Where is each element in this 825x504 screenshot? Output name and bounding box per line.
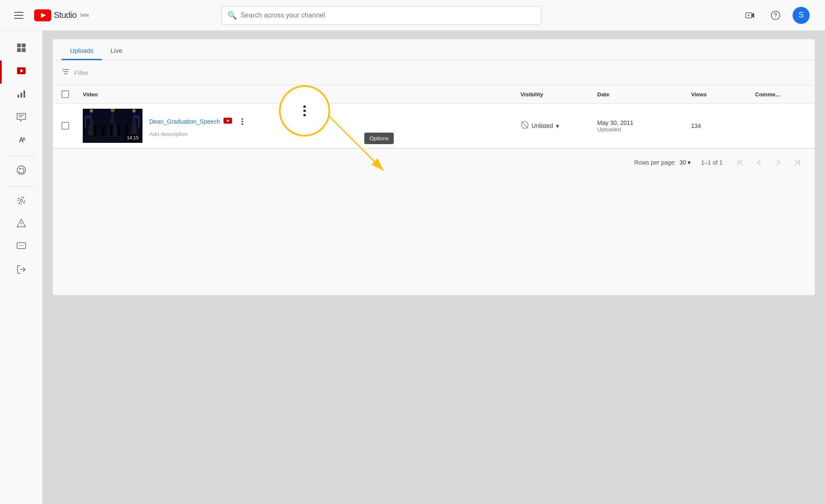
sidebar-item-dashboard[interactable] — [0, 38, 42, 61]
svg-rect-15 — [20, 93, 22, 98]
header-right: S — [741, 7, 815, 24]
search-icon: 🔍 — [227, 11, 237, 20]
filter-label[interactable]: Filter — [74, 69, 88, 76]
svg-point-7 — [775, 17, 776, 18]
sidebar: A A — [0, 31, 43, 504]
header-visibility: Visibility — [520, 91, 597, 98]
video-title-link[interactable]: Dean_Graduation_Speech — [149, 118, 220, 125]
dashboard-icon — [16, 43, 26, 55]
analytics-icon — [16, 89, 26, 101]
visibility-cell: Unlisted ▾ — [520, 121, 597, 131]
date-main: May 30, 2011 — [597, 119, 691, 126]
create-video-button[interactable] — [741, 7, 758, 24]
svg-rect-48 — [110, 127, 113, 136]
feedback-icon — [16, 241, 26, 254]
visibility-label: Unlisted — [532, 122, 553, 129]
beta-badge: beta — [81, 13, 89, 17]
three-dots-icon — [303, 105, 306, 116]
svg-rect-16 — [23, 90, 25, 98]
hamburger-menu-button[interactable] — [10, 7, 27, 24]
svg-point-45 — [93, 125, 96, 128]
sidebar-item-issues[interactable] — [0, 213, 42, 236]
sidebar-item-videos[interactable] — [0, 61, 42, 84]
tabs: Uploads Live — [53, 39, 815, 61]
video-description: Add description — [149, 131, 249, 137]
video-duration: 14:15 — [125, 134, 141, 141]
svg-point-51 — [117, 126, 121, 129]
content-card: Uploads Live Filter Vide — [53, 39, 815, 295]
svg-rect-50 — [118, 129, 120, 136]
sidebar-item-feedback[interactable] — [0, 236, 42, 259]
svg-point-6 — [771, 11, 780, 20]
studio-label: Studio — [54, 10, 77, 20]
svg-rect-14 — [17, 95, 19, 98]
next-page-button[interactable] — [770, 155, 786, 170]
options-button[interactable] — [235, 115, 249, 128]
svg-point-53 — [125, 125, 128, 129]
pagination: Rows per page: 30 ▾ 1–1 of 1 — [53, 148, 815, 176]
settings-icon — [16, 195, 26, 208]
header-left: Studio beta — [10, 7, 121, 24]
video-info: Dean_Graduation_Speech — [149, 115, 249, 137]
visibility-dropdown-icon[interactable]: ▾ — [556, 122, 559, 130]
svg-text:A: A — [22, 137, 25, 142]
svg-point-49 — [110, 125, 113, 128]
svg-point-62 — [241, 123, 243, 125]
table-row: 14:15 Dean_Graduation_Speech — [53, 104, 815, 148]
last-page-button[interactable] — [789, 155, 805, 170]
rows-value: 30 — [680, 159, 686, 166]
views-cell: 134 — [691, 122, 755, 129]
svg-marker-3 — [752, 13, 754, 18]
visibility-icon — [520, 121, 529, 131]
first-page-button[interactable] — [733, 155, 748, 170]
svg-rect-9 — [22, 43, 26, 47]
help-button[interactable] — [767, 7, 784, 24]
date-cell: May 30, 2011 Uploaded — [597, 119, 691, 133]
issues-icon — [16, 218, 26, 231]
sidebar-divider-2 — [6, 186, 36, 187]
annotation-circle — [279, 85, 330, 136]
header-views: Views — [691, 91, 755, 98]
comments-icon — [16, 112, 26, 125]
filter-icon — [61, 67, 70, 78]
svg-point-47 — [102, 126, 105, 130]
logo-area: Studio beta — [34, 9, 89, 21]
tab-uploads[interactable]: Uploads — [61, 39, 102, 60]
youtube-play-icon[interactable] — [224, 117, 232, 126]
sidebar-item-subtitles[interactable]: A A — [0, 130, 42, 153]
content-area: Uploads Live Filter Vide — [43, 31, 825, 504]
sidebar-item-exit[interactable] — [0, 259, 42, 282]
copyright-icon — [16, 165, 26, 178]
video-thumbnail[interactable]: 14:15 — [83, 109, 142, 143]
svg-point-22 — [19, 168, 21, 170]
sidebar-item-settings[interactable] — [0, 190, 42, 213]
subtitles-icon: A A — [16, 135, 26, 148]
search-input[interactable] — [221, 6, 541, 25]
exit-icon — [16, 264, 26, 277]
sidebar-item-copyright[interactable] — [0, 160, 42, 183]
svg-rect-11 — [22, 48, 26, 52]
svg-rect-8 — [17, 43, 21, 47]
select-all-checkbox[interactable] — [61, 90, 69, 98]
prev-page-button[interactable] — [752, 155, 767, 170]
row-checkbox[interactable] — [61, 122, 69, 130]
sidebar-item-comments[interactable] — [0, 107, 42, 130]
sidebar-item-analytics[interactable] — [0, 84, 42, 107]
search-bar: 🔍 — [221, 6, 541, 25]
svg-point-60 — [241, 118, 243, 120]
hamburger-icon — [11, 9, 27, 22]
svg-point-25 — [21, 225, 22, 226]
svg-rect-44 — [93, 128, 96, 136]
user-avatar-button[interactable]: S — [793, 7, 810, 24]
tab-live[interactable]: Live — [102, 39, 131, 60]
header-check — [61, 90, 83, 98]
rows-per-page-label: Rows per page: — [634, 159, 676, 166]
date-sub: Uploaded — [597, 126, 691, 133]
video-title-row: Dean_Graduation_Speech — [149, 115, 249, 128]
rows-select[interactable]: 30 ▾ — [680, 159, 691, 166]
svg-rect-10 — [17, 48, 21, 52]
svg-rect-46 — [102, 129, 105, 136]
svg-rect-55 — [85, 115, 90, 119]
header-date: Date — [597, 91, 691, 98]
filter-bar: Filter — [53, 61, 815, 85]
